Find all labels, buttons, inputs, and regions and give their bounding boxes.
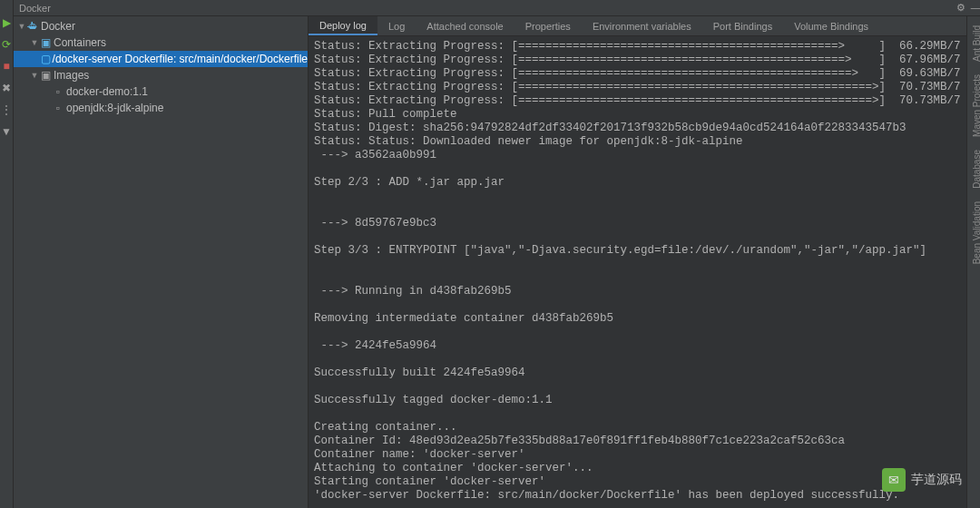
tab-attached-console[interactable]: Attached console <box>416 16 514 35</box>
tree-node-image[interactable]: ▫ openjdk:8-jdk-alpine <box>14 100 308 116</box>
toolwindow-title: Docker <box>19 3 51 14</box>
docker-icon: ⛴ <box>26 20 39 33</box>
right-tool-gutter: Ant Build Maven Projects Database Bean V… <box>966 16 980 508</box>
tree-node-image[interactable]: ▫ docker-demo:1.1 <box>14 83 308 100</box>
deploy-log-output[interactable]: Status: Extracting Progress: [==========… <box>309 36 966 508</box>
tab-env-vars[interactable]: Environment variables <box>582 16 702 35</box>
right-tab-ant-build[interactable]: Ant Build <box>972 25 980 62</box>
run-icon[interactable]: ▶ <box>0 16 13 29</box>
image-icon: ▫ <box>52 85 64 98</box>
services-tree[interactable]: ▼ ⛴ Docker ▼ ▣ Containers ▢ /docker-serv… <box>14 16 309 508</box>
folder-icon: ▣ <box>39 36 52 49</box>
filter-icon[interactable]: ▼ <box>0 125 13 138</box>
minimize-icon[interactable]: — <box>971 2 980 14</box>
tree-label: docker-demo:1.1 <box>66 85 148 98</box>
tree-label: Docker <box>41 20 75 33</box>
container-running-icon: ▢ <box>41 53 51 65</box>
tree-node-images[interactable]: ▼ ▣ Images <box>14 67 308 83</box>
gear-icon[interactable]: ⚙ <box>956 2 965 14</box>
tree-node-containers[interactable]: ▼ ▣ Containers <box>14 34 308 51</box>
chevron-down-icon: ▼ <box>30 38 39 47</box>
tab-volume-bindings[interactable]: Volume Bindings <box>783 16 879 35</box>
stop-icon[interactable]: ■ <box>0 60 13 73</box>
right-tab-database[interactable]: Database <box>972 150 980 189</box>
chevron-down-icon: ▼ <box>30 71 39 80</box>
main-area: Docker ⚙ — ▼ ⛴ Docker ▼ ▣ Containers <box>14 0 980 508</box>
log-panel: Deploy log Log Attached console Properti… <box>309 16 966 508</box>
tab-log[interactable]: Log <box>377 16 416 35</box>
more-icon[interactable]: ⋮ <box>0 103 13 116</box>
right-tab-maven[interactable]: Maven Projects <box>972 74 980 137</box>
tree-label: Containers <box>54 36 106 49</box>
tab-properties[interactable]: Properties <box>514 16 582 35</box>
tree-node-docker[interactable]: ▼ ⛴ Docker <box>14 18 308 34</box>
close-icon[interactable]: ✖ <box>0 82 13 94</box>
detail-tabs: Deploy log Log Attached console Properti… <box>309 16 966 36</box>
tab-deploy-log[interactable]: Deploy log <box>309 16 377 35</box>
tree-label: Images <box>54 69 89 82</box>
toolwindow-title-bar: Docker ⚙ — <box>14 0 980 16</box>
refresh-icon[interactable]: ⟳ <box>0 38 13 51</box>
right-tab-bean-validation[interactable]: Bean Validation <box>972 201 980 264</box>
tab-port-bindings[interactable]: Port Bindings <box>702 16 783 35</box>
tree-label: /docker-server Dockerfile: src/main/dock… <box>53 53 308 65</box>
tree-label: openjdk:8-jdk-alpine <box>66 102 163 114</box>
image-icon: ▫ <box>52 102 64 114</box>
folder-icon: ▣ <box>39 69 52 82</box>
left-tool-gutter: ▶ ⟳ ■ ✖ ⋮ ▼ <box>0 0 14 508</box>
chevron-down-icon: ▼ <box>17 22 26 31</box>
tree-node-container-selected[interactable]: ▢ /docker-server Dockerfile: src/main/do… <box>14 51 308 67</box>
